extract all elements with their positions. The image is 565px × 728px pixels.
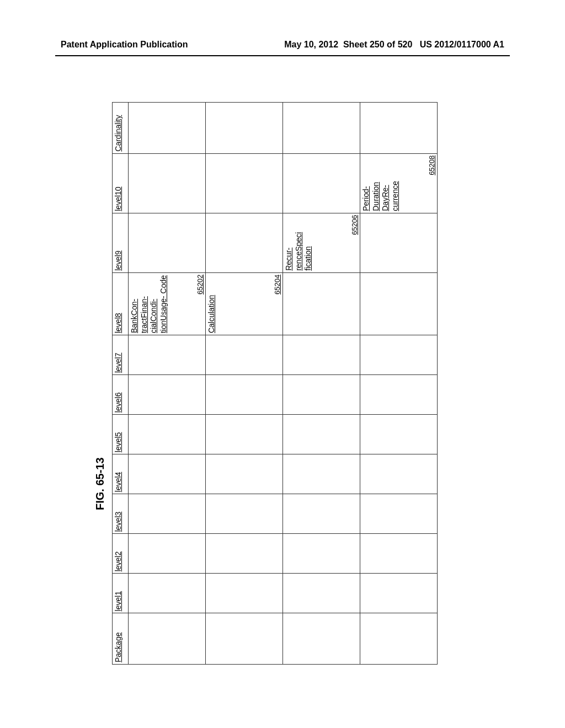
cell-level10: Period- Duration DayRe- currence 65208 bbox=[360, 153, 438, 213]
col-level1: level1 bbox=[113, 574, 129, 613]
cell-level3 bbox=[206, 494, 283, 534]
cell-level8: Calculation 65204 bbox=[206, 272, 283, 335]
cell-level3 bbox=[283, 494, 360, 534]
cell-level5 bbox=[206, 415, 283, 454]
cell-level1 bbox=[129, 574, 206, 613]
cell-cardinality bbox=[283, 103, 360, 154]
cell-level4 bbox=[360, 454, 438, 494]
col-level8: level8 bbox=[113, 272, 129, 335]
cell-level6 bbox=[360, 375, 438, 415]
term-text: Calculation bbox=[207, 275, 217, 333]
cell-level8 bbox=[360, 272, 438, 335]
cell-package bbox=[206, 613, 283, 665]
col-level10: level10 bbox=[113, 153, 129, 213]
term-text: Recur- renceSpeci fication bbox=[284, 215, 313, 271]
ref-number: 65204 bbox=[273, 275, 281, 295]
table-row: Period- Duration DayRe- currence 65208 bbox=[360, 103, 438, 665]
cell-level4 bbox=[283, 454, 360, 494]
cell-level9: Recur- renceSpeci fication 65206 bbox=[283, 213, 360, 272]
table-row: Recur- renceSpeci fication 65206 bbox=[283, 103, 360, 665]
header-left: Patent Application Publication bbox=[61, 40, 188, 50]
ref-number: 65206 bbox=[350, 215, 359, 235]
table-row: Calculation 65204 bbox=[206, 103, 283, 665]
cell-level7 bbox=[206, 335, 283, 375]
term-text: BankCon- tractFinan- cialCondi- tionUsag… bbox=[130, 275, 168, 333]
table-row: BankCon- tractFinan- cialCondi- tionUsag… bbox=[129, 103, 206, 665]
cell-level9 bbox=[360, 213, 438, 272]
cell-level10 bbox=[283, 153, 360, 213]
figure-container: FIG. 65-13 Package level1 level2 level3 … bbox=[94, 91, 458, 665]
cell-level5 bbox=[129, 415, 206, 454]
cell-level7 bbox=[283, 335, 360, 375]
figure-title: FIG. 65-13 bbox=[94, 91, 106, 510]
cell-level7 bbox=[129, 335, 206, 375]
ref-number: 65202 bbox=[196, 275, 204, 295]
cell-package bbox=[283, 613, 360, 665]
cell-package bbox=[360, 613, 438, 665]
col-level3: level3 bbox=[113, 494, 129, 534]
cell-cardinality bbox=[360, 103, 438, 154]
col-cardinality: Cardinality bbox=[113, 103, 129, 154]
cell-level9 bbox=[129, 213, 206, 272]
header-rule bbox=[55, 55, 510, 56]
cell-level5 bbox=[283, 415, 360, 454]
cell-level10 bbox=[129, 153, 206, 213]
cell-level8 bbox=[283, 272, 360, 335]
col-level6: level6 bbox=[113, 375, 129, 415]
col-level5: level5 bbox=[113, 415, 129, 454]
cell-level3 bbox=[360, 494, 438, 534]
cell-level4 bbox=[129, 454, 206, 494]
header-row: Package level1 level2 level3 level4 leve… bbox=[113, 103, 129, 665]
cell-cardinality bbox=[206, 103, 283, 154]
cell-level3 bbox=[129, 494, 206, 534]
cell-level4 bbox=[206, 454, 283, 494]
header-right: May 10, 2012 Sheet 250 of 520 US 2012/01… bbox=[284, 40, 504, 50]
cell-package bbox=[129, 613, 206, 665]
cell-level7 bbox=[360, 335, 438, 375]
cell-level6 bbox=[206, 375, 283, 415]
col-package: Package bbox=[113, 613, 129, 665]
col-level4: level4 bbox=[113, 454, 129, 494]
col-level9: level9 bbox=[113, 213, 129, 272]
cell-level2 bbox=[129, 534, 206, 574]
hierarchy-table: Package level1 level2 level3 level4 leve… bbox=[112, 102, 438, 665]
col-level7: level7 bbox=[113, 335, 129, 375]
cell-level5 bbox=[360, 415, 438, 454]
cell-level8: BankCon- tractFinan- cialCondi- tionUsag… bbox=[129, 272, 206, 335]
ref-number: 65208 bbox=[428, 156, 436, 175]
cell-level2 bbox=[360, 534, 438, 574]
cell-level2 bbox=[206, 534, 283, 574]
cell-level6 bbox=[283, 375, 360, 415]
cell-level1 bbox=[360, 574, 438, 613]
term-text: Period- Duration DayRe- currence bbox=[361, 156, 400, 211]
cell-level9 bbox=[206, 213, 283, 272]
cell-level2 bbox=[283, 534, 360, 574]
cell-level6 bbox=[129, 375, 206, 415]
cell-level1 bbox=[206, 574, 283, 613]
col-level2: level2 bbox=[113, 534, 129, 574]
cell-level1 bbox=[283, 574, 360, 613]
cell-cardinality bbox=[129, 103, 206, 154]
cell-level10 bbox=[206, 153, 283, 213]
